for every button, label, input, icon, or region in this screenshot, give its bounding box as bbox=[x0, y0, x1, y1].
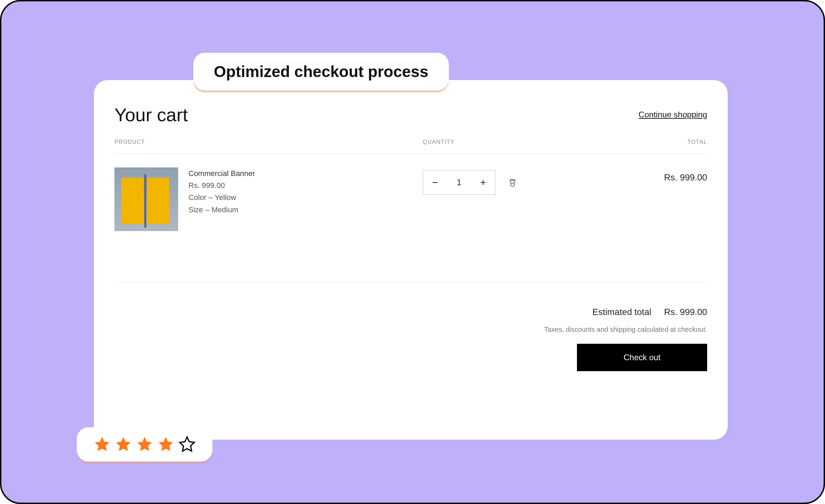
product-price: Rs. 999.00 bbox=[188, 179, 255, 191]
star-filled-icon bbox=[93, 436, 111, 453]
cart-summary: Estimated total Rs. 999.00 Taxes, discou… bbox=[114, 307, 707, 371]
callout-text: Optimized checkout process bbox=[214, 63, 428, 80]
quantity-stepper: − 1 + bbox=[423, 170, 495, 195]
estimated-total-value: Rs. 999.00 bbox=[664, 307, 707, 317]
cart-table-header: PRODUCT QUANTITY TOTAL bbox=[114, 139, 707, 154]
callout-heading: Optimized checkout process bbox=[193, 53, 449, 90]
trash-icon bbox=[508, 178, 517, 187]
star-filled-icon bbox=[136, 436, 153, 453]
col-header-product: PRODUCT bbox=[114, 139, 423, 145]
star-filled-icon bbox=[157, 436, 175, 453]
star-empty-icon bbox=[178, 436, 196, 453]
rating-badge bbox=[77, 427, 212, 462]
qty-decrement-button[interactable]: − bbox=[423, 171, 447, 194]
estimated-total-label: Estimated total bbox=[592, 307, 651, 317]
cart-card: Your cart Continue shopping PRODUCT QUAN… bbox=[94, 80, 728, 440]
checkout-button[interactable]: Check out bbox=[577, 344, 707, 371]
promo-frame: Optimized checkout process Your cart Con… bbox=[0, 0, 825, 504]
remove-item-button[interactable] bbox=[506, 176, 519, 189]
estimated-total-line: Estimated total Rs. 999.00 bbox=[114, 307, 707, 317]
tax-note: Taxes, discounts and shipping calculated… bbox=[114, 326, 707, 333]
quantity-cell: − 1 + bbox=[423, 167, 570, 231]
star-filled-icon bbox=[114, 436, 132, 453]
col-header-total: TOTAL bbox=[570, 139, 707, 145]
qty-value[interactable]: 1 bbox=[447, 178, 471, 187]
product-variant-size: Size – Medium bbox=[188, 204, 255, 216]
page-title: Your cart bbox=[114, 104, 188, 125]
continue-shopping-link[interactable]: Continue shopping bbox=[639, 110, 707, 119]
product-cell: Commercial Banner Rs. 999.00 Color – Yel… bbox=[114, 167, 423, 231]
product-thumbnail[interactable] bbox=[114, 167, 178, 231]
cart-item-row: Commercial Banner Rs. 999.00 Color – Yel… bbox=[114, 154, 707, 283]
qty-increment-button[interactable]: + bbox=[471, 171, 495, 194]
product-variant-color: Color – Yellow bbox=[188, 191, 255, 203]
product-name[interactable]: Commercial Banner bbox=[188, 167, 255, 179]
cart-header-row: Your cart Continue shopping bbox=[114, 104, 707, 125]
line-total: Rs. 999.00 bbox=[570, 167, 707, 231]
col-header-quantity: QUANTITY bbox=[423, 139, 570, 145]
product-info: Commercial Banner Rs. 999.00 Color – Yel… bbox=[188, 167, 255, 231]
